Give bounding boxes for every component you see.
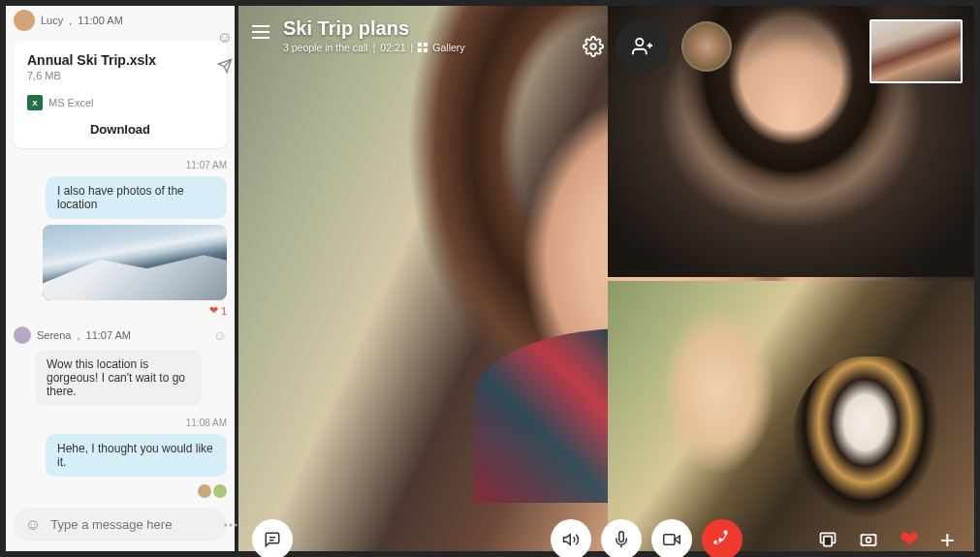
sender-name: Serena bbox=[37, 329, 71, 341]
message-header-serena: Serena, 11:07 AM ☺ bbox=[14, 326, 227, 344]
add-button[interactable]: + bbox=[940, 525, 955, 555]
self-video-preview[interactable] bbox=[869, 19, 963, 83]
message-side-actions: ☺ bbox=[217, 29, 233, 74]
call-header: Ski Trip plans 3 people in the call | 02… bbox=[252, 17, 465, 53]
file-name: Annual Ski Trip.xslx bbox=[27, 52, 213, 68]
file-size: 7,6 MB bbox=[27, 70, 213, 81]
reaction-count: 1 bbox=[221, 305, 227, 317]
snapshot-button[interactable] bbox=[859, 530, 878, 549]
call-subtitle: 3 people in the call | 02:21 | Gallery bbox=[283, 42, 465, 53]
speaker-button[interactable] bbox=[551, 519, 591, 557]
message-bubble-outgoing[interactable]: Hehe, I thought you would like it. bbox=[46, 434, 227, 477]
time-separator: 11:08 AM bbox=[14, 418, 227, 428]
heart-icon: ❤ bbox=[209, 304, 218, 317]
message-input[interactable] bbox=[50, 517, 213, 532]
svg-point-5 bbox=[636, 39, 643, 46]
svg-rect-13 bbox=[824, 537, 832, 546]
call-people-count: 3 people in the call bbox=[283, 42, 368, 53]
top-call-controls bbox=[583, 19, 732, 74]
participant-video-2[interactable] bbox=[608, 281, 974, 552]
chat-panel: Lucy, 11:00 AM ☺ Annual Ski Trip.xslx 7,… bbox=[6, 6, 235, 551]
avatar-lucy bbox=[14, 10, 35, 31]
svg-rect-0 bbox=[418, 43, 422, 46]
message-bubble-incoming[interactable]: Wow this location is gorgeous! I can't w… bbox=[35, 350, 202, 406]
avatar-serena bbox=[14, 326, 31, 344]
excel-icon: X bbox=[27, 95, 43, 110]
share-screen-button[interactable] bbox=[818, 530, 838, 549]
sender-name: Lucy bbox=[41, 15, 63, 26]
file-attachment-card[interactable]: Annual Ski Trip.xslx 7,6 MB X MS Excel D… bbox=[14, 41, 227, 148]
add-participant-button[interactable] bbox=[616, 19, 670, 74]
menu-icon[interactable] bbox=[252, 25, 269, 39]
participant-tiles bbox=[608, 6, 974, 551]
download-button[interactable]: Download bbox=[27, 122, 213, 137]
react-icon[interactable]: ☺ bbox=[217, 29, 233, 46]
svg-rect-14 bbox=[861, 535, 875, 545]
reaction-heart[interactable]: ❤ 1 bbox=[209, 304, 227, 317]
view-mode-label[interactable]: Gallery bbox=[432, 42, 464, 53]
call-duration: 02:21 bbox=[380, 42, 405, 53]
read-avatar bbox=[213, 484, 227, 498]
chat-toggle-button[interactable] bbox=[252, 519, 293, 557]
svg-point-15 bbox=[866, 538, 870, 542]
microphone-button[interactable] bbox=[601, 519, 642, 557]
photo-attachment[interactable] bbox=[43, 225, 227, 300]
svg-rect-2 bbox=[418, 48, 422, 52]
file-type-row: X MS Excel bbox=[27, 95, 213, 110]
chat-messages: Lucy, 11:00 AM ☺ Annual Ski Trip.xslx 7,… bbox=[6, 6, 235, 502]
camera-button[interactable] bbox=[651, 519, 692, 557]
react-icon[interactable]: ☺ bbox=[213, 327, 227, 343]
svg-rect-3 bbox=[424, 48, 427, 52]
svg-rect-1 bbox=[424, 43, 427, 46]
message-header-lucy: Lucy, 11:00 AM bbox=[14, 10, 227, 31]
message-bubble-outgoing[interactable]: I also have photos of the location bbox=[46, 176, 227, 219]
hangup-button[interactable] bbox=[702, 519, 743, 557]
emoji-picker-icon[interactable]: ☺ bbox=[25, 516, 41, 534]
read-avatar bbox=[198, 484, 211, 498]
file-type-label: MS Excel bbox=[48, 97, 93, 108]
participant-avatar[interactable] bbox=[681, 21, 732, 72]
time-separator: 11:07 AM bbox=[14, 160, 227, 170]
settings-icon[interactable] bbox=[583, 36, 604, 57]
call-title: Ski Trip plans bbox=[283, 17, 465, 40]
svg-point-4 bbox=[590, 44, 596, 49]
read-receipts bbox=[198, 484, 227, 498]
svg-marker-10 bbox=[564, 535, 571, 545]
forward-icon[interactable] bbox=[217, 58, 233, 74]
message-composer: ☺ ⋯ bbox=[14, 508, 227, 542]
react-heart-button[interactable]: ❤ bbox=[900, 526, 919, 553]
svg-rect-11 bbox=[664, 535, 675, 545]
sender-time: 11:00 AM bbox=[78, 15, 122, 26]
gallery-icon bbox=[418, 43, 427, 52]
video-call-panel: Ski Trip plans 3 people in the call | 02… bbox=[238, 6, 974, 551]
sender-time: 11:07 AM bbox=[86, 329, 131, 341]
